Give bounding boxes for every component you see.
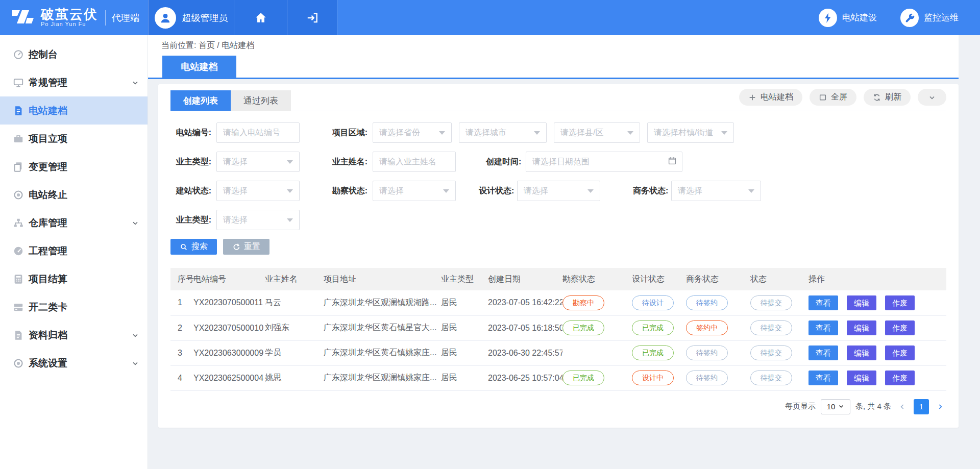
edit-button[interactable]: 编辑 xyxy=(847,345,876,360)
survey-status-select[interactable]: 请选择 xyxy=(373,181,456,201)
sidebar-item-project-settlement[interactable]: 项目结算 xyxy=(0,265,148,293)
sidebar-item-project-initiation[interactable]: 项目立项 xyxy=(0,125,148,153)
chevron-down-icon xyxy=(131,79,139,87)
sidebar-item-engineering-management[interactable]: 工程管理 xyxy=(0,237,148,265)
nav-label: 监控运维 xyxy=(924,12,959,23)
edit-button[interactable]: 编辑 xyxy=(847,320,876,335)
sidebar-item-station-termination[interactable]: 电站终止 xyxy=(0,181,148,209)
city-select[interactable]: 请选择城市 xyxy=(459,122,547,143)
avatar xyxy=(155,7,176,29)
divider xyxy=(105,10,106,26)
field-label: 项目区域: xyxy=(323,128,368,138)
field-label: 业主类型: xyxy=(170,157,211,167)
fullscreen-button[interactable]: 全屏 xyxy=(810,89,856,106)
breadcrumb-prefix: 当前位置: xyxy=(161,40,196,51)
void-button[interactable]: 作废 xyxy=(885,320,915,335)
business-status-select[interactable]: 请选择 xyxy=(671,181,761,201)
user-menu[interactable]: 超级管理员 xyxy=(148,0,234,35)
filter-form: 电站编号: 项目区域: 请选择省份 请选择城市 请选择县/区 请选择村镇/街道 xyxy=(170,111,946,230)
view-button[interactable]: 查看 xyxy=(808,320,838,335)
create-station-button[interactable]: 电站建档 xyxy=(739,89,802,106)
view-button[interactable]: 查看 xyxy=(808,295,838,310)
owner-type-select[interactable]: 请选择 xyxy=(216,152,300,172)
dashboard-icon xyxy=(13,245,24,257)
topbar-spacer xyxy=(337,0,819,35)
void-button[interactable]: 作废 xyxy=(885,345,915,360)
view-button[interactable]: 查看 xyxy=(808,345,838,360)
sidebar-item-general-management[interactable]: 常规管理 xyxy=(0,68,148,96)
sidebar-item-system-settings[interactable]: 系统设置 xyxy=(0,349,148,377)
edit-button[interactable]: 编辑 xyxy=(847,295,876,310)
col-design-status: 设计状态 xyxy=(632,268,686,290)
search-icon xyxy=(180,243,188,251)
void-button[interactable]: 作废 xyxy=(885,371,915,385)
design-status-select[interactable]: 请选择 xyxy=(517,181,600,201)
chevron-down-icon xyxy=(131,359,139,367)
chevron-down-icon xyxy=(131,219,139,227)
calculator-icon xyxy=(13,274,24,285)
reset-button[interactable]: 重置 xyxy=(223,239,270,255)
station-no-input[interactable] xyxy=(216,122,300,143)
user-icon xyxy=(159,11,172,24)
next-page-button[interactable] xyxy=(934,403,946,411)
refresh-button[interactable]: 刷新 xyxy=(864,89,911,106)
province-select[interactable]: 请选择省份 xyxy=(373,122,452,143)
per-page-select[interactable]: 10 xyxy=(821,399,850,414)
search-button[interactable]: 搜索 xyxy=(170,239,217,255)
logout-icon xyxy=(306,11,319,24)
town-select[interactable]: 请选择村镇/街道 xyxy=(647,122,734,143)
status-badge: 待设计 xyxy=(632,295,674,310)
nav-monitoring-ops[interactable]: 监控运维 xyxy=(900,9,959,27)
file-icon xyxy=(13,330,24,341)
prev-page-button[interactable] xyxy=(896,403,909,411)
portal-label: 代理端 xyxy=(112,12,139,24)
records-table: 序号 电站编号 业主姓名 项目地址 业主类型 创建日期 勘察状态 设计状态 商务… xyxy=(170,268,946,391)
build-status-select[interactable]: 请选择 xyxy=(216,181,300,201)
page-number-button[interactable]: 1 xyxy=(914,399,929,414)
col-business-status: 商务状态 xyxy=(686,268,750,290)
col-owner-type: 业主类型 xyxy=(441,268,488,290)
sidebar-item-station-filing[interactable]: 电站建档 xyxy=(0,96,148,125)
sidebar-item-data-archive[interactable]: 资料归档 xyxy=(0,321,148,349)
sidebar-item-change-management[interactable]: 变更管理 xyxy=(0,153,148,181)
field-label: 商务状态: xyxy=(633,186,666,196)
sidebar-item-warehouse-management[interactable]: 仓库管理 xyxy=(0,209,148,237)
tab-station-filing[interactable]: 电站建档 xyxy=(162,56,236,78)
home-button[interactable] xyxy=(234,0,287,35)
owner-name-input[interactable] xyxy=(373,152,456,172)
caret-down-icon xyxy=(748,189,754,193)
field-label: 创建时间: xyxy=(486,157,521,167)
sidebar: 控制台 常规管理 电站建档 项目立项 xyxy=(0,35,148,469)
nav-label: 电站建设 xyxy=(842,12,877,23)
plus-icon xyxy=(748,93,756,102)
nav-station-construction[interactable]: 电站建设 xyxy=(819,9,877,27)
sidebar-item-card-opening[interactable]: 开二类卡 xyxy=(0,293,148,321)
edit-button[interactable]: 编辑 xyxy=(847,371,876,385)
field-label: 电站编号: xyxy=(170,128,211,138)
table-row: 3 YX2023063000009 学员 广东深圳龙华区黄石镇姚家庄... 居民… xyxy=(170,340,946,365)
sidebar-item-console[interactable]: 控制台 xyxy=(0,40,148,68)
status-badge: 已完成 xyxy=(562,320,604,335)
owner-type2-select[interactable]: 请选择 xyxy=(216,210,300,230)
caret-down-icon xyxy=(627,131,633,135)
logout-button[interactable] xyxy=(287,0,337,35)
toolbar: 电站建档 全屏 刷新 xyxy=(739,89,946,111)
logo-subtitle: Po Jian Yun Fu xyxy=(41,21,98,28)
county-select[interactable]: 请选择县/区 xyxy=(554,122,640,143)
caret-down-icon xyxy=(534,131,540,135)
search-actions: 搜索 重置 xyxy=(170,239,946,255)
date-range-picker[interactable]: 请选择日期范围 xyxy=(526,152,682,172)
reset-icon xyxy=(232,243,240,251)
tab-create-list[interactable]: 创建列表 xyxy=(170,90,231,111)
void-button[interactable]: 作废 xyxy=(885,295,915,310)
status-badge: 待签约 xyxy=(686,295,728,310)
fullscreen-icon xyxy=(819,93,827,102)
main-card: 创建列表 通过列表 电站建档 全屏 xyxy=(158,84,959,428)
total-label: 条, 共 4 条 xyxy=(855,402,891,411)
calendar-icon xyxy=(668,156,677,165)
caret-down-icon xyxy=(287,189,293,193)
caret-down-icon xyxy=(439,131,445,135)
collapse-button[interactable] xyxy=(918,89,946,106)
view-button[interactable]: 查看 xyxy=(808,371,838,385)
tab-passed-list[interactable]: 通过列表 xyxy=(231,90,291,111)
